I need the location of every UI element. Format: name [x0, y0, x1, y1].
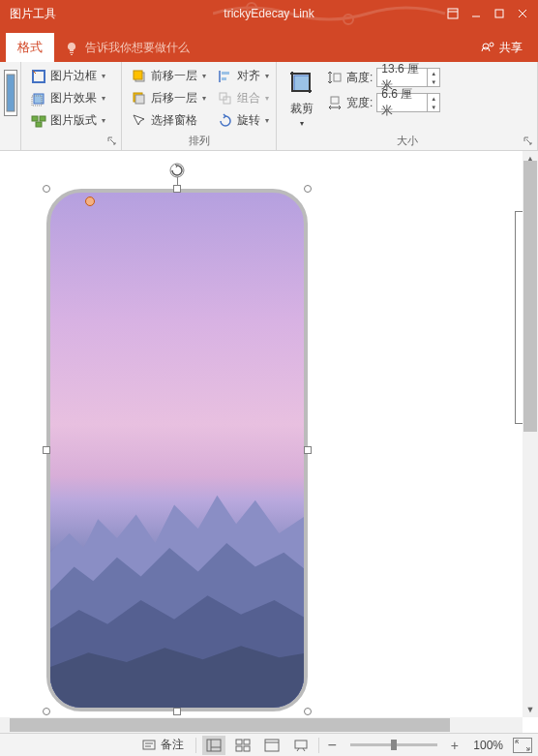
- slide-sorter-view-button[interactable]: [231, 736, 254, 755]
- horizontal-scroll-thumb[interactable]: [10, 718, 450, 732]
- picture-style-thumbnail[interactable]: [4, 70, 17, 116]
- status-bar: 备注 − + 100%: [0, 733, 538, 756]
- selection-pane-button[interactable]: 选择窗格: [128, 110, 210, 131]
- height-input[interactable]: 13.6 厘米 ▲▼: [376, 68, 440, 87]
- ribbon-group-arrange: 前移一层▾ 后移一层▾ 选择窗格 对齐▾ 组合▾: [122, 62, 277, 150]
- bring-forward-icon: [132, 69, 147, 84]
- slideshow-view-button[interactable]: [289, 736, 313, 755]
- reading-view-button[interactable]: [260, 736, 284, 755]
- svg-rect-35: [207, 740, 221, 751]
- share-button[interactable]: 共享: [470, 34, 532, 62]
- arrange-group-label: 排列: [122, 134, 276, 148]
- width-spinner-up[interactable]: ▲: [428, 94, 439, 103]
- svg-rect-14: [32, 116, 38, 121]
- ribbon-group-size: 裁剪 ▾ 高度: 13.6 厘米 ▲▼ 宽度: 6.6 厘米: [277, 62, 538, 150]
- rotate-icon: [218, 113, 233, 129]
- size-dialog-launcher-icon[interactable]: [523, 136, 533, 146]
- picture-border-icon: [31, 69, 46, 84]
- window-title: trickyEdecay Link: [224, 7, 314, 20]
- width-spinner-down[interactable]: ▼: [428, 103, 439, 111]
- width-input[interactable]: 6.6 厘米 ▲▼: [376, 93, 440, 112]
- svg-rect-22: [222, 72, 229, 75]
- resize-handle-w[interactable]: [43, 446, 50, 454]
- svg-rect-44: [295, 741, 307, 748]
- send-backward-button[interactable]: 后移一层▾: [128, 88, 210, 108]
- height-label: 高度:: [346, 70, 373, 86]
- vertical-scroll-thumb[interactable]: [523, 161, 537, 432]
- svg-rect-40: [236, 746, 242, 751]
- resize-handle-s[interactable]: [173, 708, 181, 715]
- group-icon: [218, 91, 233, 106]
- resize-handle-ne[interactable]: [304, 185, 312, 193]
- zoom-out-button[interactable]: −: [325, 737, 338, 754]
- ribbon-group-picture-adjust: 图片边框▾ 图片效果▾ 图片版式▾: [21, 62, 122, 150]
- normal-view-button[interactable]: [202, 736, 225, 755]
- rotate-button[interactable]: 旋转▾: [214, 110, 273, 131]
- crop-icon: [286, 68, 317, 99]
- svg-rect-15: [40, 116, 45, 121]
- slide-boundary: [515, 211, 523, 424]
- tab-format[interactable]: 格式: [6, 33, 54, 62]
- svg-rect-42: [265, 740, 279, 751]
- picture-layout-button[interactable]: 图片版式▾: [27, 110, 115, 131]
- svg-rect-18: [134, 71, 142, 79]
- svg-point-9: [490, 43, 493, 46]
- picture-content: [46, 189, 308, 711]
- mountain-image: [50, 476, 308, 708]
- height-spinner-down[interactable]: ▼: [428, 77, 439, 86]
- height-spinner-up[interactable]: ▲: [428, 69, 439, 77]
- scroll-down-arrow[interactable]: ▼: [523, 702, 538, 717]
- close-button[interactable]: [511, 4, 534, 23]
- resize-handle-sw[interactable]: [43, 708, 50, 715]
- crop-button[interactable]: 裁剪 ▾: [283, 66, 321, 130]
- lightbulb-icon: [64, 41, 79, 56]
- picture-border-button[interactable]: 图片边框▾: [27, 66, 115, 86]
- vertical-scrollbar[interactable]: ▲ ▼: [523, 151, 538, 717]
- svg-rect-39: [244, 740, 250, 744]
- picture-layout-icon: [31, 113, 46, 129]
- bring-forward-button[interactable]: 前移一层▾: [128, 66, 210, 86]
- title-bar: 图片工具 trickyEdecay Link: [0, 0, 538, 27]
- align-icon: [218, 69, 233, 84]
- dialog-launcher-icon[interactable]: [107, 136, 117, 146]
- horizontal-scrollbar[interactable]: [0, 717, 523, 733]
- tell-me-placeholder: 告诉我你想要做什么: [85, 40, 190, 56]
- svg-rect-41: [244, 746, 250, 751]
- width-icon: [327, 95, 343, 110]
- selected-picture[interactable]: [46, 189, 308, 711]
- svg-point-8: [483, 44, 489, 49]
- ribbon: 图片边框▾ 图片效果▾ 图片版式▾ 前移一层▾ 后移一层▾: [0, 62, 538, 151]
- picture-effects-button[interactable]: 图片效果▾: [27, 88, 115, 108]
- send-backward-icon: [132, 91, 147, 106]
- resize-handle-se[interactable]: [304, 708, 312, 715]
- share-label: 共享: [499, 40, 523, 56]
- fit-to-window-button[interactable]: [513, 738, 532, 753]
- share-icon: [480, 41, 495, 56]
- tell-me-search[interactable]: 告诉我你想要做什么: [54, 34, 199, 62]
- rotation-handle[interactable]: [168, 162, 186, 179]
- resize-handle-n[interactable]: [173, 185, 181, 193]
- svg-rect-30: [331, 97, 339, 104]
- zoom-in-button[interactable]: +: [449, 738, 461, 753]
- tool-context-label: 图片工具: [4, 6, 56, 22]
- adjustment-handle[interactable]: [85, 197, 95, 206]
- size-group-label: 大小: [277, 134, 537, 148]
- zoom-slider[interactable]: [350, 743, 437, 746]
- group-button[interactable]: 组合▾: [214, 88, 273, 108]
- svg-rect-10: [7, 75, 15, 111]
- align-button[interactable]: 对齐▾: [214, 66, 273, 86]
- resize-handle-e[interactable]: [304, 446, 312, 454]
- svg-rect-20: [135, 95, 144, 104]
- svg-rect-28: [334, 74, 341, 81]
- picture-effects-icon: [31, 91, 46, 106]
- zoom-slider-thumb[interactable]: [391, 740, 397, 750]
- zoom-percentage[interactable]: 100%: [466, 739, 503, 752]
- notes-button[interactable]: 备注: [135, 735, 190, 755]
- maximize-button[interactable]: [488, 4, 511, 23]
- width-label: 宽度:: [346, 95, 373, 111]
- svg-rect-23: [222, 77, 226, 80]
- resize-handle-nw[interactable]: [43, 185, 50, 193]
- notes-icon: [141, 738, 157, 753]
- svg-rect-16: [36, 122, 42, 127]
- ribbon-tabs: 格式 告诉我你想要做什么 共享: [0, 27, 538, 62]
